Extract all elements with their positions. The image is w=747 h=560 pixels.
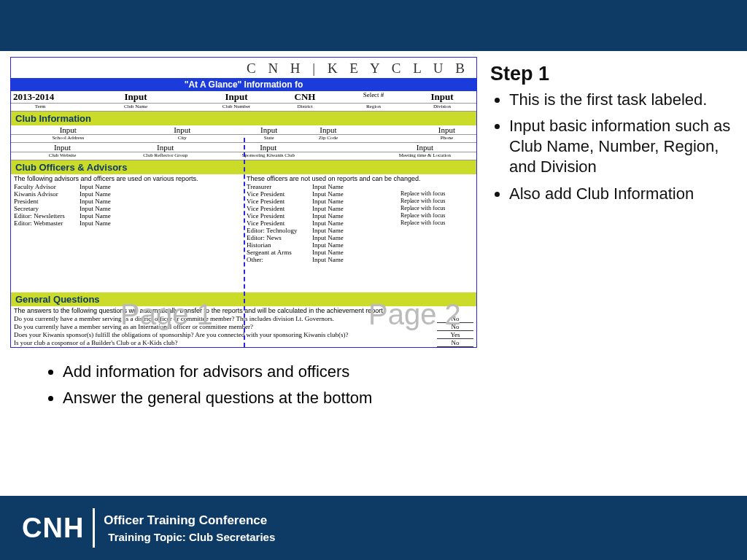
- officers-left: Faculty AdvisorInput NameKiwanis Advisor…: [11, 183, 244, 292]
- main-content: C N H | K E Y C L U B "At A Glance" Info…: [0, 51, 747, 348]
- cl3: Zip Code: [298, 135, 357, 142]
- note-right: These officers are not used on reports a…: [244, 174, 476, 183]
- dl2: Sponsoring Kiwanis Club: [217, 152, 320, 160]
- officer-row: Faculty AdvisorInput Name: [11, 183, 244, 190]
- form-screenshot: C N H | K E Y C L U B "At A Glance" Info…: [10, 57, 477, 348]
- l4: Region: [339, 104, 408, 111]
- l0: Term: [11, 104, 69, 111]
- d3: [320, 143, 374, 152]
- form-top-labels: Term Club Name Club Number District Regi…: [11, 104, 476, 112]
- l1: Club Name: [69, 104, 202, 111]
- c5: Input: [417, 125, 476, 134]
- officer-row: Other:Input Name: [244, 256, 476, 263]
- v0: Input: [69, 91, 202, 103]
- bullet-1: This is the first task labeled.: [509, 90, 737, 110]
- d1: Input: [114, 143, 217, 152]
- l2: Club Number: [202, 104, 271, 111]
- c0: Input: [11, 125, 125, 134]
- officer-row: Vice PresidentInput NameReplace with foc…: [244, 190, 476, 198]
- officer-row: Vice PresidentInput NameReplace with foc…: [244, 205, 476, 212]
- ci-row1: Input Input Input Input Input: [11, 125, 476, 135]
- officer-row: Editor: TechnologyInput Name: [244, 227, 476, 234]
- bullet-2: Input basic information such as Club Nam…: [509, 116, 737, 177]
- v1: Input: [202, 91, 271, 103]
- officer-row: Vice PresidentInput NameReplace with foc…: [244, 219, 476, 227]
- officer-row: Editor: WebmasterInput Name: [11, 219, 244, 227]
- below-bullet-2: Answer the general questions at the bott…: [63, 389, 718, 408]
- d2: Input: [217, 143, 320, 152]
- cl2: State: [239, 135, 298, 142]
- officer-row: Sergeant at ArmsInput Name: [244, 249, 476, 256]
- footer-line1: Officer Training Conference: [104, 513, 275, 528]
- footer-divider: [93, 508, 95, 548]
- d0: Input: [11, 143, 114, 152]
- c4: [358, 125, 417, 134]
- step-heading: Step 1: [490, 63, 737, 85]
- cl1: City: [125, 135, 240, 142]
- dl0: Club Website: [11, 152, 114, 160]
- bullet-3: Also add Club Information: [509, 184, 737, 204]
- officer-row: PresidentInput Name: [11, 198, 244, 205]
- cl4: [358, 135, 417, 142]
- dl4: Meeting time & Location: [374, 152, 476, 160]
- side-bullets: This is the first task labeled. Input ba…: [490, 90, 737, 204]
- officer-row: Vice PresidentInput NameReplace with foc…: [244, 212, 476, 219]
- below-bullet-1: Add information for advisors and officer…: [63, 362, 718, 381]
- officer-row: TreasurerInput Name: [244, 183, 476, 190]
- officer-row: Vice PresidentInput NameReplace with foc…: [244, 198, 476, 205]
- term-value: 2013-2014: [11, 91, 69, 103]
- form-title-bar: "At A Glance" Information fo: [11, 78, 476, 91]
- d4: Input: [374, 143, 476, 152]
- footer-line2: Training Topic: Club Secretaries: [104, 528, 275, 543]
- officer-row: SecretaryInput Name: [11, 205, 244, 212]
- footer-logo: CNH: [22, 513, 84, 544]
- c3: Input: [298, 125, 357, 134]
- c2: Input: [239, 125, 298, 134]
- dl1: Club Reflector Group: [114, 152, 217, 160]
- page-divider: [244, 138, 245, 347]
- side-text: Step 1 This is the first task labeled. I…: [490, 57, 737, 348]
- officer-row: HistorianInput Name: [244, 241, 476, 249]
- l3: District: [271, 104, 339, 111]
- v3: Select #: [339, 91, 408, 103]
- v2: CNH: [271, 91, 339, 103]
- cl0: School Address: [11, 135, 125, 142]
- form-brand: C N H | K E Y C L U B: [11, 58, 476, 78]
- footer-bar: CNH Officer Training Conference Training…: [0, 496, 747, 560]
- form-top-row: 2013-2014 Input Input CNH Select # Input: [11, 91, 476, 104]
- top-color-bar: [0, 0, 747, 51]
- v4: Input: [408, 91, 476, 103]
- note-left: The following advisors and officers are …: [11, 174, 244, 183]
- officer-row: Editor: NewsInput Name: [244, 234, 476, 241]
- below-text: Add information for advisors and officer…: [0, 348, 747, 408]
- section-club-info: Club Information: [11, 112, 476, 125]
- officer-row: Kiwanis AdvisorInput Name: [11, 190, 244, 198]
- l5: Division: [408, 104, 476, 111]
- officer-row: Editor: NewslettersInput Name: [11, 212, 244, 219]
- c1: Input: [125, 125, 240, 134]
- footer-lines: Officer Training Conference Training Top…: [104, 513, 275, 543]
- officers-right: TreasurerInput NameVice PresidentInput N…: [244, 183, 476, 292]
- dl3: [320, 152, 374, 160]
- cl5: Phone: [417, 135, 476, 142]
